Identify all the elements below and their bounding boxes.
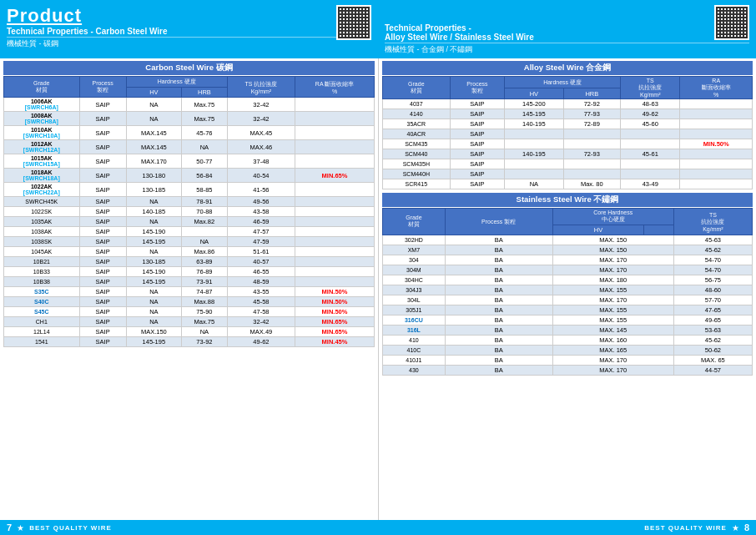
footer-left-num: 7 [7,522,12,532]
table-row: 10B21 [4,257,80,267]
table-row: CH1 [4,317,80,327]
table-row: SCM435 [383,139,451,149]
table-row: 1038AK [4,227,80,237]
table-row: 410 [383,336,446,346]
col-hv: HV [126,88,181,98]
product-title: Product [7,5,371,27]
ss-col-hv: HV [552,225,644,235]
main-content: Carbon Steel Wire 碳鋼 Grade材質 Process製程 H… [0,58,756,520]
carbon-table-title: Carbon Steel Wire 碳鋼 [3,61,375,75]
left-subtitle2: 機械性質 - 碳鋼 [7,38,371,49]
alloy-steel-section: Alloy Steel Wire 合金鋼 Grade材質 Process製程 H… [382,61,753,189]
carbon-steel-table: Grade材質 Process製程 Hardness 硬度 TS 抗拉強度Kg/… [3,76,375,347]
table-row: 1541 [4,337,80,347]
table-row: 304HC [383,275,446,285]
table-row: 1022AK[SWRCH22A] [4,183,80,197]
table-row: 1035AK [4,217,80,227]
table-row: 1045AK [4,247,80,257]
col-hardness: Hardness 硬度 [126,77,227,88]
col-process: Process製程 [79,77,126,98]
alloy-col-grade: Grade材質 [383,77,451,99]
alloy-col-hardness: Hardness 硬度 [505,77,621,88]
table-row: 305J1 [383,305,446,315]
footer: 7 ★ BEST QUALITY WIRE BEST QUALITY WIRE … [0,520,756,535]
right-qr [714,5,749,40]
table-row: 1022SK [4,207,80,217]
table-row: SWRCH45K [4,197,80,207]
right-panel: Alloy Steel Wire 合金鋼 Grade材質 Process製程 H… [378,58,756,520]
right-subtitle1: Technical Properties - [385,23,749,33]
ss-col-grade: Grade材質 [383,209,446,235]
table-row: 10B38 [4,277,80,287]
table-row: 302HD [383,235,446,245]
footer-left-icon: ★ [17,523,24,532]
right-subtitle3: 機械性質 - 合金鋼 / 不鏽鋼 [385,44,749,55]
col-hrb: HRB [182,88,228,98]
table-row: 430 [383,366,446,376]
alloy-col-process: Process製程 [450,77,505,99]
table-row: XM7 [383,245,446,255]
ss-col-empty [644,225,674,235]
table-row: SCM440H [383,169,451,179]
table-row: S40C [4,297,80,307]
table-row: 316CU [383,315,446,326]
table-row: 304 [383,255,446,265]
footer-right: BEST QUALITY WIRE ★ 8 [378,522,756,532]
left-panel: Carbon Steel Wire 碳鋼 Grade材質 Process製程 H… [0,58,378,520]
table-row: 1012AK[SWRCH12A] [4,140,80,154]
footer-left: 7 ★ BEST QUALITY WIRE [0,522,378,532]
table-row: S35C [4,287,80,297]
footer-right-text: BEST QUALITY WIRE [644,524,727,532]
table-row: 12L14 [4,327,80,337]
alloy-col-hv: HV [505,88,563,99]
table-row: SCR415 [383,179,451,189]
header-left: Product Technical Properties - Carbon St… [0,0,378,58]
table-row: 10B33 [4,267,80,277]
stainless-steel-table: Grade材質 Process 製程 Core Hardness中心硬度 TS抗… [382,208,753,376]
table-row: 1010AK[SWRCH10A] [4,126,80,140]
header-right: Technical Properties - Alloy Steel Wire … [378,0,756,58]
table-row: 304L [383,295,446,305]
table-row: 316L [383,326,446,336]
left-qr [336,5,371,40]
alloy-col-ts: TS抗拉強度Kg/mm² [621,77,680,99]
col-ra: RA 斷面收縮率% [295,77,375,98]
table-row: 35ACR [383,119,451,129]
table-row: 40ACR [383,129,451,139]
table-row: 304J3 [383,285,446,295]
alloy-table-title: Alloy Steel Wire 合金鋼 [382,61,753,75]
stainless-steel-section: Stainless Steel Wire 不鏽鋼 Grade材質 Process… [382,193,753,376]
alloy-col-hrb: HRB [563,88,621,99]
table-row: 410C [383,346,446,356]
right-subtitle2: Alloy Steel Wire / Stainless Steel Wire [385,33,749,42]
footer-right-num: 8 [744,522,749,532]
table-row: S45C [4,307,80,317]
table-row: 1015AK[SWRCH15A] [4,154,80,169]
table-row: 410J1 [383,356,446,366]
table-row: 1008AK[SWRCH8A] [4,112,80,126]
alloy-steel-table: Grade材質 Process製程 Hardness 硬度 TS抗拉強度Kg/m… [382,76,753,189]
left-subtitle1: Technical Properties - Carbon Steel Wire [7,27,371,36]
footer-left-text: BEST QUALITY WIRE [29,524,112,532]
col-ts: TS 抗拉強度Kg/mm² [227,77,295,98]
table-row: 4037 [383,99,451,109]
table-row: 1006AK[SWRCH6A] [4,98,80,112]
table-row: 4140 [383,109,451,119]
ss-col-core: Core Hardness中心硬度 [552,209,673,225]
col-grade: Grade材質 [4,77,80,98]
stainless-table-title: Stainless Steel Wire 不鏽鋼 [382,193,753,207]
alloy-col-ra: RA斷面收縮率% [680,77,753,99]
table-row: 1018AK[SWRCH18A] [4,169,80,183]
table-row: SCM435H [383,159,451,169]
table-row: 304M [383,265,446,275]
header: Product Technical Properties - Carbon St… [0,0,756,58]
ss-col-process: Process 製程 [445,209,552,235]
footer-right-icon: ★ [732,523,739,532]
table-row: SCM440 [383,149,451,159]
ss-col-ts: TS抗拉強度Kg/mm² [673,209,752,235]
carbon-steel-section: Carbon Steel Wire 碳鋼 Grade材質 Process製程 H… [3,61,375,347]
table-row: 1038SK [4,237,80,247]
